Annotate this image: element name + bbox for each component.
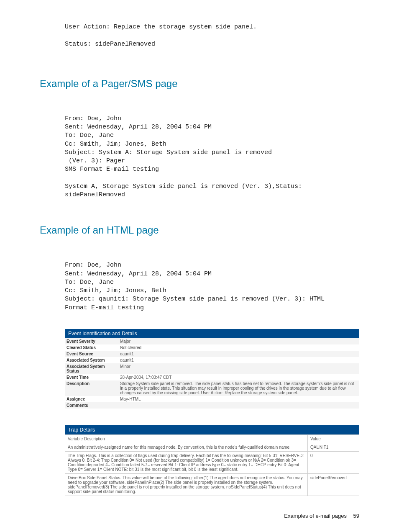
pager-email-block: From: Doe, John Sent: Wednesday, April 2… — [65, 115, 359, 200]
event-field-key: Event Source — [65, 351, 118, 357]
event-field-key: Assignee — [65, 396, 118, 402]
trap-col-value: Value — [308, 434, 359, 443]
footer-label: Examples of e-mail pages — [284, 513, 347, 519]
section-heading-pager: Example of a Pager/SMS page — [40, 78, 359, 90]
event-details-table: Event SeverityMajorCleared StatusNot cle… — [65, 338, 359, 409]
event-field-value: Major — [118, 338, 359, 344]
event-field-key: Associated System — [65, 357, 118, 363]
event-field-value: 28-Apr-2004, 17:03:47 CDT — [118, 374, 359, 380]
event-field-key: Comments — [65, 402, 118, 409]
trap-details-header: Trap Details — [65, 425, 359, 434]
trap-details-table: Variable Description Value An administra… — [65, 434, 359, 496]
trap-col-description: Variable Description — [65, 434, 308, 443]
event-field-key: Associated System Status — [65, 363, 118, 374]
intro-text-block: User Action: Replace the storage system … — [65, 23, 359, 49]
event-field-key: Description — [65, 380, 118, 396]
trap-variable-description: An administratively-assigned name for th… — [65, 443, 308, 451]
event-field-value: Not cleared — [118, 344, 359, 351]
section-heading-html: Example of an HTML page — [40, 224, 359, 236]
event-field-value: Storage System side panel is removed. Th… — [118, 380, 359, 396]
event-field-value: qaunit1 — [118, 351, 359, 357]
trap-variable-description: Drive Box Side Panel Status. This value … — [65, 473, 308, 496]
event-field-key: Event Time — [65, 374, 118, 380]
event-details-header: Event Identification and Details — [65, 329, 359, 338]
trap-variable-value: QAUNIT1 — [308, 443, 359, 451]
trap-variable-value: sidePanelRemoved — [308, 473, 359, 496]
event-field-value: qaunit1 — [118, 357, 359, 363]
trap-variable-description: The Trap Flags. This is a collection of … — [65, 451, 308, 473]
page-number: 59 — [353, 513, 359, 519]
event-field-key: Event Severity — [65, 338, 118, 344]
event-field-value: Minor — [118, 363, 359, 374]
event-field-value — [118, 402, 359, 409]
event-field-value: May-HTML — [118, 396, 359, 402]
trap-variable-value: 0 — [308, 451, 359, 473]
html-email-block: From: Doe, John Sent: Wednesday, April 2… — [65, 261, 359, 312]
event-field-key: Cleared Status — [65, 344, 118, 351]
